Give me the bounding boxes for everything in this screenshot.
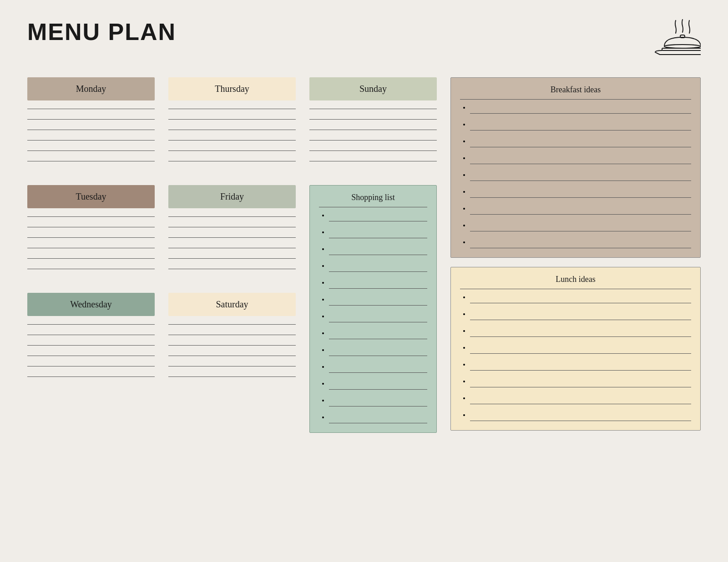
- saturday-lines: [168, 324, 296, 387]
- monday-line-1: [27, 109, 155, 109]
- page-title: MENU PLAN: [27, 18, 176, 45]
- lunch-item: [470, 411, 691, 421]
- thursday-line-6: [168, 161, 296, 161]
- shopping-item: [329, 414, 427, 423]
- tuesday-line-6: [27, 269, 155, 269]
- svg-point-0: [664, 45, 701, 48]
- col-sunday-shopping: Sunday Shopping list: [309, 77, 437, 433]
- breakfast-item: [470, 155, 691, 164]
- breakfast-item: [470, 138, 691, 147]
- svg-rect-2: [662, 48, 701, 50]
- shopping-item: [329, 246, 427, 255]
- thursday-line-4: [168, 140, 296, 140]
- lunch-item: [470, 294, 691, 303]
- wednesday-line-4: [27, 356, 155, 356]
- monday-line-3: [27, 130, 155, 130]
- sunday-label: Sunday: [309, 77, 437, 100]
- breakfast-ideas-box: Breakfast ideas: [450, 77, 701, 258]
- page-wrapper: MENU PLAN Monday: [27, 18, 701, 433]
- tuesday-line-2: [27, 227, 155, 227]
- saturday-line-6: [168, 376, 296, 377]
- breakfast-ideas-title: Breakfast ideas: [460, 85, 691, 100]
- shopping-list-title: Shopping list: [319, 193, 427, 207]
- lunch-ideas-box: Lunch ideas: [450, 267, 701, 431]
- friday-line-5: [168, 258, 296, 259]
- tuesday-label: Tuesday: [27, 185, 155, 208]
- monday-section: Monday: [27, 77, 155, 171]
- friday-line-3: [168, 237, 296, 238]
- friday-line-2: [168, 227, 296, 227]
- thursday-line-1: [168, 109, 296, 109]
- friday-line-1: [168, 216, 296, 217]
- monday-line-4: [27, 140, 155, 140]
- sunday-line-4: [309, 140, 437, 140]
- lunch-item: [470, 395, 691, 404]
- tuesday-line-4: [27, 248, 155, 248]
- wednesday-label: Wednesday: [27, 293, 155, 316]
- lunch-ideas-list: [460, 294, 691, 421]
- friday-lines: [168, 216, 296, 279]
- shopping-item: [329, 212, 427, 221]
- tuesday-line-3: [27, 237, 155, 238]
- shopping-item: [329, 279, 427, 289]
- wednesday-section: Wednesday: [27, 293, 155, 387]
- tuesday-line-5: [27, 258, 155, 259]
- shopping-list-box: Shopping list: [309, 185, 437, 433]
- breakfast-item: [470, 104, 691, 114]
- friday-label: Friday: [168, 185, 296, 208]
- tuesday-section: Tuesday: [27, 185, 155, 279]
- sunday-line-5: [309, 151, 437, 151]
- shopping-item: [329, 229, 427, 238]
- saturday-line-1: [168, 324, 296, 325]
- shopping-item: [329, 363, 427, 373]
- tuesday-line-1: [27, 216, 155, 217]
- saturday-line-2: [168, 335, 296, 335]
- sunday-line-2: [309, 119, 437, 120]
- sunday-lines: [309, 109, 437, 171]
- shopping-item: [329, 296, 427, 306]
- thursday-label: Thursday: [168, 77, 296, 100]
- lunch-item: [470, 361, 691, 371]
- thursday-lines: [168, 109, 296, 171]
- monday-line-5: [27, 151, 155, 151]
- monday-line-6: [27, 161, 155, 161]
- saturday-section: Saturday: [168, 293, 296, 387]
- wednesday-line-6: [27, 376, 155, 377]
- saturday-line-3: [168, 345, 296, 346]
- page-header: MENU PLAN: [27, 18, 701, 59]
- saturday-label: Saturday: [168, 293, 296, 316]
- breakfast-item: [470, 222, 691, 231]
- wednesday-line-5: [27, 366, 155, 366]
- friday-line-4: [168, 248, 296, 248]
- breakfast-item: [470, 239, 691, 248]
- shopping-list: [319, 212, 427, 423]
- shopping-item: [329, 262, 427, 272]
- breakfast-item: [470, 205, 691, 215]
- lunch-ideas-title: Lunch ideas: [460, 275, 691, 289]
- tuesday-lines: [27, 216, 155, 279]
- sunday-section: Sunday: [309, 77, 437, 171]
- lunch-item: [470, 327, 691, 337]
- thursday-line-3: [168, 130, 296, 130]
- wednesday-line-3: [27, 345, 155, 346]
- thursday-line-5: [168, 151, 296, 151]
- shopping-item: [329, 346, 427, 356]
- sunday-line-6: [309, 161, 437, 161]
- breakfast-item: [470, 121, 691, 130]
- thursday-line-2: [168, 119, 296, 120]
- monday-lines: [27, 109, 155, 171]
- shopping-item: [329, 313, 427, 322]
- saturday-line-4: [168, 356, 296, 356]
- thursday-section: Thursday: [168, 77, 296, 171]
- main-grid: Monday Tuesday: [27, 77, 701, 433]
- col-monday-tuesday-wednesday: Monday Tuesday: [27, 77, 155, 433]
- shopping-item: [329, 330, 427, 339]
- col-ideas: Breakfast ideas Lunch ideas: [450, 77, 701, 433]
- wednesday-line-1: [27, 324, 155, 325]
- shopping-item: [329, 397, 427, 406]
- lunch-item: [470, 378, 691, 387]
- saturday-line-5: [168, 366, 296, 366]
- breakfast-item: [470, 171, 691, 181]
- sunday-line-1: [309, 109, 437, 109]
- sunday-line-3: [309, 130, 437, 130]
